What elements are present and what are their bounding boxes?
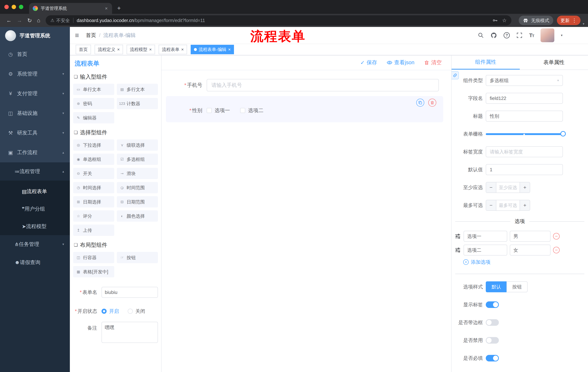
tab-component-props[interactable]: 组件属性 <box>452 55 520 70</box>
disabled-toggle[interactable] <box>486 337 499 344</box>
close-icon[interactable]: × <box>181 47 184 52</box>
copy-component-button[interactable] <box>416 99 424 107</box>
toolbar-caret-icon[interactable]: ▾ <box>583 22 584 27</box>
increase-button[interactable]: + <box>520 200 530 210</box>
component-date-picker[interactable]: ⊞ 日期选择 <box>73 196 114 207</box>
link-icon[interactable] <box>451 71 459 79</box>
bookmark-star-icon[interactable]: ☆ <box>502 18 507 23</box>
font-size-icon[interactable]: TT <box>529 32 534 38</box>
component-password[interactable]: ⊛ 密码 <box>73 98 114 109</box>
component-button[interactable]: ☞ 按钮 <box>117 252 158 263</box>
window-zoom-button[interactable] <box>19 5 23 9</box>
save-button[interactable]: ✓ 保存 <box>360 59 377 66</box>
new-tab-button[interactable]: + <box>117 5 121 12</box>
fullscreen-icon[interactable] <box>516 32 523 38</box>
option-value-input[interactable] <box>510 244 551 255</box>
tag-process-model[interactable]: 流程模型 × <box>127 45 155 54</box>
component-row-container[interactable]: ◫ 行容器 <box>73 252 114 263</box>
view-json-button[interactable]: 查看json <box>387 59 414 66</box>
drag-handle-icon[interactable] <box>454 233 461 240</box>
option-label-input[interactable] <box>463 231 507 242</box>
decrease-button[interactable]: − <box>486 200 496 210</box>
sidebar-item-workflow[interactable]: ▣ 工作流程 ▴ <box>0 143 70 162</box>
sidebar-item-process-model[interactable]: ➤ 流程模型 <box>0 218 70 235</box>
remove-option-icon[interactable]: − <box>553 247 560 253</box>
max-select-value[interactable]: 最多可选 <box>496 200 520 210</box>
style-default-button[interactable]: 默认 <box>486 281 506 292</box>
drag-handle-icon[interactable] <box>454 247 461 253</box>
hamburger-icon[interactable]: ≡ <box>74 32 80 39</box>
component-table[interactable]: ▦ 表格[开发中] <box>73 266 114 277</box>
component-editor[interactable]: ✎ 编辑器 <box>73 112 114 123</box>
slider-handle[interactable] <box>560 131 566 137</box>
remark-textarea[interactable]: 嘿嘿 <box>102 322 158 343</box>
component-switch[interactable]: ⊝ 开关 <box>73 168 114 179</box>
browser-menu-icon[interactable]: ⋮ <box>572 18 577 23</box>
title-input[interactable] <box>486 111 563 122</box>
sidebar-item-system[interactable]: ⚙ 系统管理 ▾ <box>0 64 70 84</box>
tab-form-props[interactable]: 表单属性 <box>520 55 588 70</box>
update-chip[interactable]: 更新 ⋮ <box>557 16 580 25</box>
avatar-caret-icon[interactable]: ▾ <box>561 33 563 37</box>
component-upload[interactable]: ↥ 上传 <box>73 224 114 236</box>
tag-home[interactable]: 首页 <box>76 45 91 54</box>
window-minimize-button[interactable] <box>12 5 16 9</box>
window-close-button[interactable] <box>4 5 9 9</box>
password-key-icon[interactable] <box>492 18 498 23</box>
help-icon[interactable]: ? <box>504 32 510 38</box>
home-icon[interactable]: ⌂ <box>37 17 40 23</box>
label-width-input[interactable] <box>486 146 563 157</box>
component-single-text[interactable]: ▭ 单行文本 <box>73 84 114 95</box>
forward-icon[interactable]: → <box>17 17 22 23</box>
required-toggle[interactable] <box>486 355 499 361</box>
remove-option-icon[interactable]: − <box>553 233 560 240</box>
tag-process-form[interactable]: 流程表单 × <box>159 45 187 54</box>
component-color-picker[interactable]: ◐ 颜色选择 <box>117 210 158 222</box>
component-rate[interactable]: ☆ 评分 <box>73 210 114 222</box>
default-value-input[interactable] <box>486 164 563 175</box>
add-option-button[interactable]: + 添加选项 <box>463 259 588 265</box>
github-icon[interactable] <box>491 32 497 39</box>
search-icon[interactable] <box>478 32 484 38</box>
component-counter[interactable]: 123 计数器 <box>117 98 158 109</box>
close-icon[interactable]: × <box>117 47 120 52</box>
option-value-input[interactable] <box>510 231 551 242</box>
close-icon[interactable]: × <box>228 47 231 52</box>
component-time-picker[interactable]: ◷ 时间选择 <box>73 182 114 193</box>
option-label-input[interactable] <box>463 244 507 255</box>
sidebar-item-home[interactable]: ◷ 首页 <box>0 44 70 64</box>
sidebar-item-process-form[interactable]: ▤ 流程表单 <box>0 183 70 200</box>
tag-process-definition[interactable]: 流程定义 × <box>94 45 123 54</box>
reload-icon[interactable]: ↻ <box>27 17 32 24</box>
sidebar-item-infra[interactable]: ◫ 基础设施 ▾ <box>0 103 70 123</box>
checkbox-icon[interactable] <box>240 108 245 113</box>
checkbox-icon[interactable] <box>207 108 212 113</box>
component-type-select[interactable]: 多选框组 ▾ <box>486 75 563 86</box>
close-icon[interactable]: × <box>149 47 152 52</box>
sidebar-item-process-mgmt[interactable]: ≔ 流程管理 ▴ <box>0 162 70 181</box>
grid-slider[interactable] <box>486 128 564 139</box>
field-name-input[interactable] <box>486 93 563 104</box>
back-icon[interactable]: ← <box>6 17 12 23</box>
increase-button[interactable]: + <box>520 182 530 192</box>
component-cascader[interactable]: ⋎ 级联选择 <box>117 139 158 151</box>
component-date-range[interactable]: ⊟ 日期范围 <box>117 196 158 207</box>
decrease-button[interactable]: − <box>486 182 496 192</box>
component-multi-text[interactable]: ▤ 多行文本 <box>117 84 158 95</box>
component-select[interactable]: ◎ 下拉选择 <box>73 139 114 151</box>
component-checkbox-group[interactable]: ☑ 多选框组 <box>117 154 158 165</box>
style-button-button[interactable]: 按钮 <box>506 281 528 292</box>
border-toggle[interactable] <box>486 319 499 326</box>
tag-process-form-edit[interactable]: 流程表单-编辑 × <box>191 45 234 54</box>
delete-component-button[interactable] <box>428 99 436 107</box>
canvas-field-gender-selected[interactable]: *性别 选项一 选项二 <box>166 96 443 122</box>
sidebar-item-user-group[interactable]: ❞ 用户分组 <box>0 200 70 218</box>
sidebar-item-task-mgmt[interactable]: ⋔ 任务管理 ▾ <box>0 235 70 253</box>
sidebar-item-leave-query[interactable]: ☻ 请假查询 <box>0 253 70 272</box>
clear-button[interactable]: 清空 <box>424 59 442 66</box>
canvas-field-phone[interactable]: *手机号 <box>166 79 443 91</box>
min-select-value[interactable]: 至少应选 <box>496 182 520 192</box>
browser-tab[interactable]: 芋道管理系统 × <box>29 3 112 14</box>
phone-input[interactable] <box>207 79 439 91</box>
address-bar[interactable]: ⚠ 不安全 dashboard.yudao.iocoder.cn /bpm/ma… <box>46 15 511 25</box>
